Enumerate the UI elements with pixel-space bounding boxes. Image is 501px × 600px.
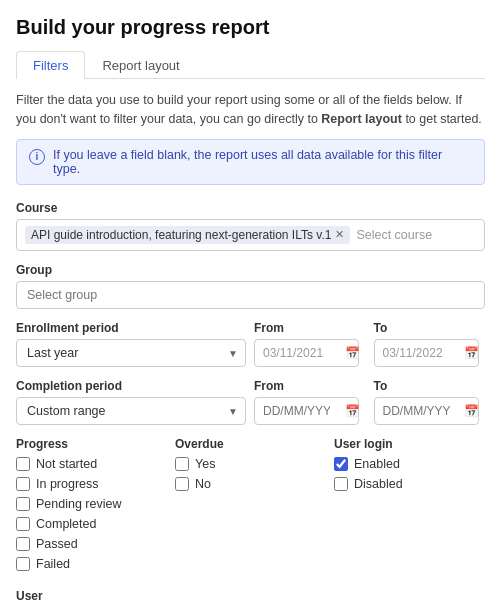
completion-period-select[interactable]: Custom range bbox=[16, 397, 246, 425]
checkbox-passed-label: Passed bbox=[36, 537, 78, 551]
checkbox-enabled-input[interactable] bbox=[334, 457, 348, 471]
progress-header: Progress bbox=[16, 437, 167, 451]
checkbox-disabled-input[interactable] bbox=[334, 477, 348, 491]
checkbox-enabled-label: Enabled bbox=[354, 457, 400, 471]
checkbox-pending-review-label: Pending review bbox=[36, 497, 121, 511]
group-field: Group bbox=[16, 263, 485, 309]
checkbox-passed: Passed bbox=[16, 537, 167, 551]
completion-to-label: To bbox=[374, 379, 486, 393]
checkbox-enabled: Enabled bbox=[334, 457, 485, 471]
page-title: Build your progress report bbox=[16, 16, 485, 39]
overdue-header: Overdue bbox=[175, 437, 326, 451]
completion-to-field: To 📅 bbox=[374, 379, 486, 425]
completion-from-field: From 📅 bbox=[254, 379, 366, 425]
completion-from-wrapper: 📅 bbox=[254, 397, 366, 425]
checkbox-failed: Failed bbox=[16, 557, 167, 571]
checkbox-not-started-label: Not started bbox=[36, 457, 97, 471]
checkbox-in-progress: In progress bbox=[16, 477, 167, 491]
completion-to-wrapper: 📅 bbox=[374, 397, 486, 425]
course-label: Course bbox=[16, 201, 485, 215]
checkbox-no-label: No bbox=[195, 477, 211, 491]
course-field: Course API guide introduction, featuring… bbox=[16, 201, 485, 251]
description-text: Filter the data you use to build your re… bbox=[16, 91, 485, 129]
checkbox-no-input[interactable] bbox=[175, 477, 189, 491]
info-box-text: If you leave a field blank, the report u… bbox=[53, 148, 472, 176]
completion-to-input[interactable] bbox=[374, 397, 479, 425]
checkbox-pending-review-input[interactable] bbox=[16, 497, 30, 511]
group-input[interactable] bbox=[16, 281, 485, 309]
info-box: i If you leave a field blank, the report… bbox=[16, 139, 485, 185]
checkbox-in-progress-input[interactable] bbox=[16, 477, 30, 491]
course-tag-value: API guide introduction, featuring next-g… bbox=[31, 228, 331, 242]
enrollment-from-label: From bbox=[254, 321, 366, 335]
completion-period-label: Completion period bbox=[16, 379, 246, 393]
course-input[interactable]: API guide introduction, featuring next-g… bbox=[16, 219, 485, 251]
completion-from-input[interactable] bbox=[254, 397, 359, 425]
group-label: Group bbox=[16, 263, 485, 277]
checkbox-disabled: Disabled bbox=[334, 477, 485, 491]
checkbox-pending-review: Pending review bbox=[16, 497, 167, 511]
progress-column: Progress Not started In progress Pending… bbox=[16, 437, 167, 577]
checkbox-in-progress-label: In progress bbox=[36, 477, 99, 491]
checkbox-completed-input[interactable] bbox=[16, 517, 30, 531]
checkbox-yes-label: Yes bbox=[195, 457, 215, 471]
overdue-column: Overdue Yes No bbox=[175, 437, 326, 577]
completion-from-label: From bbox=[254, 379, 366, 393]
info-icon: i bbox=[29, 149, 45, 165]
completion-period-field: Completion period Custom range ▼ bbox=[16, 379, 246, 425]
completion-period-row: Completion period Custom range ▼ From 📅 … bbox=[16, 379, 485, 425]
enrollment-to-wrapper: 📅 bbox=[374, 339, 486, 367]
enrollment-period-select-wrapper: Last year ▼ bbox=[16, 339, 246, 367]
enrollment-from-field: From 📅 bbox=[254, 321, 366, 367]
checkbox-disabled-label: Disabled bbox=[354, 477, 403, 491]
checkbox-yes: Yes bbox=[175, 457, 326, 471]
enrollment-period-field: Enrollment period Last year ▼ bbox=[16, 321, 246, 367]
enrollment-from-wrapper: 📅 bbox=[254, 339, 366, 367]
checkboxes-section: Progress Not started In progress Pending… bbox=[16, 437, 485, 577]
completion-period-select-wrapper: Custom range ▼ bbox=[16, 397, 246, 425]
enrollment-period-label: Enrollment period bbox=[16, 321, 246, 335]
course-placeholder: Select course bbox=[356, 228, 432, 242]
checkbox-not-started: Not started bbox=[16, 457, 167, 471]
tabs-container: Filters Report layout bbox=[16, 51, 485, 79]
course-tag-close[interactable]: ✕ bbox=[335, 228, 344, 241]
user-label: User bbox=[16, 589, 485, 601]
enrollment-to-input[interactable] bbox=[374, 339, 479, 367]
checkbox-no: No bbox=[175, 477, 326, 491]
checkbox-passed-input[interactable] bbox=[16, 537, 30, 551]
checkbox-completed-label: Completed bbox=[36, 517, 96, 531]
checkbox-completed: Completed bbox=[16, 517, 167, 531]
report-layout-link[interactable]: Report layout bbox=[321, 112, 402, 126]
enrollment-from-input[interactable] bbox=[254, 339, 359, 367]
user-login-column: User login Enabled Disabled bbox=[334, 437, 485, 577]
tab-report-layout[interactable]: Report layout bbox=[85, 51, 196, 79]
checkbox-not-started-input[interactable] bbox=[16, 457, 30, 471]
enrollment-period-row: Enrollment period Last year ▼ From 📅 To … bbox=[16, 321, 485, 367]
checkbox-failed-input[interactable] bbox=[16, 557, 30, 571]
tab-filters[interactable]: Filters bbox=[16, 51, 85, 79]
course-tag: API guide introduction, featuring next-g… bbox=[25, 226, 350, 244]
user-field: User bbox=[16, 589, 485, 601]
checkbox-yes-input[interactable] bbox=[175, 457, 189, 471]
enrollment-period-select[interactable]: Last year bbox=[16, 339, 246, 367]
enrollment-to-label: To bbox=[374, 321, 486, 335]
checkbox-failed-label: Failed bbox=[36, 557, 70, 571]
enrollment-to-field: To 📅 bbox=[374, 321, 486, 367]
user-login-header: User login bbox=[334, 437, 485, 451]
